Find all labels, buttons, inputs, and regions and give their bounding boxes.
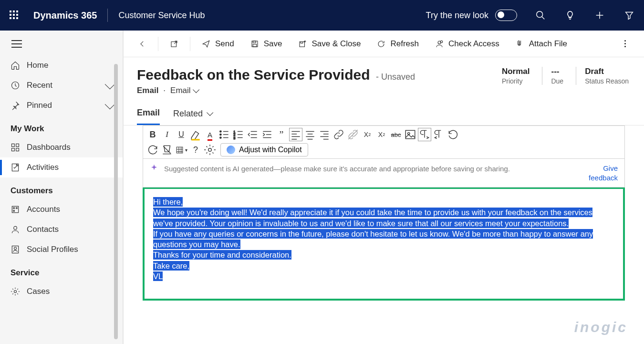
attach-file-button[interactable]: Attach File: [509, 35, 574, 52]
sidebar-scrollbar[interactable]: [114, 64, 118, 339]
contacts-icon: [10, 225, 20, 234]
sidebar-item-label: Dashboards: [27, 143, 71, 152]
help-button[interactable]: ?: [189, 143, 202, 156]
svg-point-29: [220, 137, 221, 138]
add-icon[interactable]: [594, 10, 605, 21]
save-close-icon: [298, 40, 307, 48]
lightbulb-icon[interactable]: [565, 10, 575, 21]
save-close-button[interactable]: Save & Close: [291, 35, 367, 52]
tab-email[interactable]: Email: [137, 108, 160, 125]
bold-button[interactable]: B: [146, 128, 159, 141]
save-button[interactable]: Save: [244, 35, 289, 52]
email-body-editor[interactable]: Hi there,We hope you're doing well! We'd…: [143, 188, 625, 301]
sidebar-item-label: Activities: [27, 163, 59, 172]
svg-rect-58: [405, 130, 415, 138]
sidebar: Home Recent Pinned My Work Dashboards Ac…: [0, 31, 123, 344]
table-button[interactable]: ▾: [175, 143, 188, 156]
bullet-list-button[interactable]: [218, 128, 231, 141]
rich-text-toolbar: B I U A 123 ” X2 X2 abc: [143, 125, 625, 159]
sidebar-item-recent[interactable]: Recent: [0, 75, 123, 95]
recent-icon: [10, 81, 20, 90]
clear-format-button[interactable]: [160, 143, 174, 156]
attach-file-icon: [516, 40, 524, 48]
adjust-with-copilot-button[interactable]: Adjust with Copilot: [220, 143, 308, 156]
redo-button[interactable]: [146, 143, 159, 156]
entity-label: Email: [137, 86, 158, 95]
sidebar-section-customers: Customers: [0, 177, 123, 199]
numbered-list-button[interactable]: 123: [232, 128, 245, 141]
sidebar-item-label: Accounts: [27, 205, 60, 214]
tab-list: Email Related: [124, 95, 644, 125]
rtl-button[interactable]: [432, 128, 446, 141]
sidebar-item-label: Pinned: [27, 101, 52, 110]
svg-point-28: [220, 134, 221, 135]
svg-line-1: [542, 17, 545, 20]
ltr-button[interactable]: [418, 128, 431, 141]
settings-button[interactable]: [203, 143, 217, 156]
indent-button[interactable]: [260, 128, 274, 141]
blockquote-button[interactable]: ”: [275, 128, 288, 141]
toggle-switch-icon[interactable]: [495, 10, 517, 21]
app-launcher-icon[interactable]: [10, 10, 19, 20]
svg-rect-22: [300, 42, 305, 47]
insert-image-button[interactable]: [404, 128, 417, 141]
svg-rect-21: [253, 44, 257, 46]
svg-point-16: [14, 247, 17, 250]
refresh-button[interactable]: Refresh: [370, 35, 426, 52]
form-selector[interactable]: Email: [170, 86, 197, 95]
highlight-button[interactable]: [189, 128, 202, 141]
sidebar-item-dashboards[interactable]: Dashboards: [0, 137, 123, 157]
activities-icon: [10, 163, 20, 172]
subscript-button[interactable]: X2: [375, 128, 388, 141]
svg-rect-6: [16, 144, 19, 147]
superscript-button[interactable]: X2: [361, 128, 374, 141]
check-access-icon: [435, 40, 444, 48]
cases-icon: [10, 287, 20, 296]
sidebar-item-label: Recent: [27, 81, 52, 90]
filter-icon[interactable]: [624, 10, 634, 21]
svg-rect-11: [13, 208, 14, 209]
svg-rect-5: [12, 144, 15, 147]
check-access-button[interactable]: Check Access: [428, 35, 506, 52]
sidebar-item-activities[interactable]: Activities: [0, 157, 123, 177]
ai-disclaimer-banner: Suggested content is AI generated—please…: [143, 159, 625, 188]
give-feedback-link[interactable]: Give feedback: [584, 164, 618, 182]
back-button[interactable]: [131, 36, 153, 52]
align-right-button[interactable]: [318, 128, 331, 141]
save-icon: [250, 40, 259, 48]
sidebar-item-social-profiles[interactable]: Social Profiles: [0, 240, 123, 260]
strikethrough-button[interactable]: abc: [389, 128, 403, 141]
svg-rect-61: [177, 147, 183, 153]
svg-point-66: [208, 148, 212, 152]
header-divider: [107, 9, 108, 22]
italic-button[interactable]: I: [160, 128, 174, 141]
font-color-button[interactable]: A: [203, 128, 217, 141]
sidebar-item-home[interactable]: Home: [0, 55, 123, 75]
due-field[interactable]: --- Due: [542, 67, 565, 85]
sidebar-toggle-button[interactable]: [0, 31, 123, 55]
sidebar-item-label: Cases: [27, 287, 50, 296]
sidebar-item-cases[interactable]: Cases: [0, 281, 123, 302]
search-icon[interactable]: [535, 10, 546, 21]
underline-button[interactable]: U: [175, 128, 188, 141]
align-left-button[interactable]: [289, 128, 302, 141]
overflow-menu-button[interactable]: [613, 35, 636, 52]
priority-field[interactable]: Normal Priority: [500, 67, 532, 85]
popout-button[interactable]: [163, 36, 185, 52]
sidebar-item-contacts[interactable]: Contacts: [0, 219, 123, 240]
outdent-button[interactable]: [246, 128, 260, 141]
sidebar-item-label: Contacts: [27, 225, 59, 234]
send-button[interactable]: Send: [195, 35, 241, 52]
back-icon: [138, 40, 146, 48]
sidebar-item-accounts[interactable]: Accounts: [0, 199, 123, 219]
unlink-button[interactable]: [346, 128, 360, 141]
align-center-button[interactable]: [303, 128, 317, 141]
pinned-icon: [10, 101, 20, 110]
tab-related[interactable]: Related: [173, 108, 211, 125]
try-new-look-toggle[interactable]: Try the new look: [426, 10, 517, 21]
undo-button[interactable]: [447, 128, 460, 141]
status-reason-field[interactable]: Draft Status Reason: [576, 67, 631, 85]
send-icon: [202, 40, 210, 48]
link-button[interactable]: [332, 128, 345, 141]
sidebar-item-pinned[interactable]: Pinned: [0, 95, 123, 115]
